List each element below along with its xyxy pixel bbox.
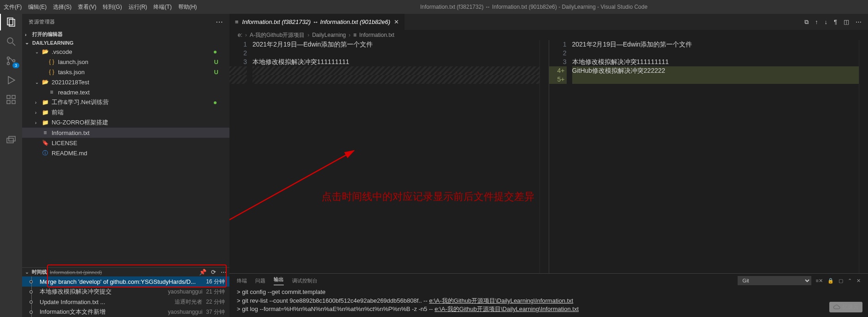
tree-row[interactable]: ›{ }tasks.jsonU [22,67,229,77]
tree-row[interactable]: ›≡readme.text [22,87,229,97]
timeline-pinned-file: Information.txt (pinned) [50,270,102,275]
timeline-list: Merge branch 'develop' of github.com:YSG… [22,276,229,317]
file-tree: ⌄📂.vscode›{ }launch.jsonU›{ }tasks.jsonU… [22,47,229,267]
editor-area: ≡ Information.txt (f3821732) ↔ Informati… [229,14,868,317]
search-icon[interactable] [6,36,17,47]
refresh-icon[interactable]: ⟳ [211,269,216,276]
minimap-right[interactable] [859,40,868,273]
breadcrumb-seg[interactable]: Information.txt [359,32,394,38]
gutter-right: 123 4+ 5+ [549,40,572,273]
svg-rect-12 [7,138,13,143]
timeline-row[interactable]: Merge branch 'develop' of github.com:YSG… [22,276,229,287]
tree-row[interactable]: ›ⓘREADME.md [22,148,229,158]
diff-view[interactable]: 123 2021年2月19日—Edwin添加的第一个文件 本地修改模拟解决冲突1… [229,40,868,273]
output-line: > git config --get commit.template [237,288,861,297]
whitespace-icon[interactable]: ¶ [834,18,837,26]
code-right[interactable]: 2021年2月19日—Edwin添加的第一个文件 本地修改模拟解决冲突11111… [572,40,859,273]
svg-point-6 [13,60,15,62]
tree-row[interactable]: ›≡Information.txt [22,128,229,138]
timeline-row[interactable]: 本地修改模拟解决冲突提交yaoshuanggui21 分钟 [22,287,229,297]
minimap-left[interactable] [540,40,549,273]
activity-bar: 3 [0,14,22,317]
menu-view[interactable]: 查看(V) [78,3,96,11]
panel-tab-output[interactable]: 输出 [274,276,284,285]
tree-row[interactable]: ⌄📂20210218Test [22,77,229,87]
scm-icon[interactable]: 3 [6,55,17,66]
sidebar: 资源管理器 ⋯ ›打开的编辑器 ⌄DAILYLEARNING ⌄📂.vscode… [22,14,229,317]
breadcrumb-seg[interactable]: DailyLearning [312,32,346,38]
svg-marker-7 [8,76,15,84]
panel-tab-debug[interactable]: 调试控制台 [292,277,317,284]
svg-point-5 [7,63,10,65]
scm-badge: 3 [12,63,19,68]
window-title: Information.txt (f3821732) ↔ Information… [203,4,864,10]
open-changes-icon[interactable]: ⧉ [804,18,809,26]
diff-left-pane[interactable]: 123 2021年2月19日—Edwin添加的第一个文件 本地修改模拟解决冲突1… [229,40,549,273]
svg-point-2 [7,38,13,43]
timeline-title: 时间线 [32,269,47,276]
tab-diff[interactable]: ≡ Information.txt (f3821732) ↔ Informati… [229,14,405,30]
code-line: 本地修改模拟解决冲突111111111 [252,58,540,66]
maximize-panel-icon[interactable]: ⌃ [848,278,852,284]
split-icon[interactable]: ◫ [844,18,849,26]
tab-title: Information.txt (f3821732) ↔ Information… [242,18,391,25]
close-icon[interactable]: ✕ [394,18,399,25]
timeline-row[interactable]: Information文本文件新增yaoshuanggui37 分钟 [22,307,229,317]
tree-row[interactable]: ›🔖LICENSE [22,138,229,148]
code-line: 2021年2月19日—Edwin添加的第一个文件 [572,40,859,49]
file-lines-icon: ≡ [235,18,239,25]
tree-row[interactable]: ›{ }launch.jsonU [22,57,229,67]
timeline-row[interactable]: Update Information.txt ...追逐时光者22 分钟 [22,297,229,307]
remote-icon[interactable] [6,135,17,146]
tree-row[interactable]: ⌄📂.vscode [22,47,229,57]
output-body[interactable]: > git config --get commit.template> git … [229,288,868,317]
breadcrumb-seg[interactable]: e: [238,32,242,38]
breadcrumb[interactable]: e:› A-我的Github开源项目› DailyLearning› ≡ Inf… [229,30,868,40]
editor-more-icon[interactable]: ⋯ [856,18,862,26]
menu-help[interactable]: 帮助(H) [178,3,197,11]
file-lines-icon: ≡ [353,32,357,38]
extensions-icon[interactable] [6,94,17,105]
tree-row[interactable]: ›📁工作&学习.Net训练营 [22,97,229,107]
code-line: 本地修改模拟解决冲突111111111 [572,58,859,66]
menu-run[interactable]: 运行(R) [129,3,147,11]
svg-line-3 [12,43,15,46]
breadcrumb-seg[interactable]: A-我的Github开源项目 [250,31,305,39]
lock-scroll-icon[interactable]: 🔒 [827,278,834,284]
menu-edit[interactable]: 编辑(E) [28,3,47,11]
prev-change-icon[interactable]: ↑ [815,18,818,26]
close-panel-icon[interactable]: ✕ [856,278,861,284]
explorer-icon[interactable] [6,17,17,28]
editor-tabs: ≡ Information.txt (f3821732) ↔ Informati… [229,14,868,30]
menu-file[interactable]: 文件(F) [4,3,22,11]
svg-point-4 [7,57,10,59]
next-change-icon[interactable]: ↓ [825,18,828,26]
svg-rect-8 [7,95,10,99]
svg-rect-10 [12,100,15,104]
repo-section[interactable]: ⌄DAILYLEARNING [22,39,229,47]
sidebar-title: 资源管理器 [29,18,55,25]
tree-row[interactable]: ›📁前端 [22,107,229,117]
panel-tab-terminal[interactable]: 终端 [237,277,247,284]
svg-rect-9 [7,100,10,104]
code-line [252,49,540,58]
menu-terminal[interactable]: 终端(T) [153,3,171,11]
sidebar-more-icon[interactable]: ⋯ [216,18,223,26]
clear-output-icon[interactable]: ≡✕ [816,278,823,284]
menu-go[interactable]: 转到(G) [103,3,122,11]
open-file-icon[interactable]: ▢ [839,278,843,284]
timeline-header[interactable]: ⌄ 时间线 Information.txt (pinned) 📌 ⟳ ⋯ [22,267,229,276]
code-left[interactable]: 2021年2月19日—Edwin添加的第一个文件 本地修改模拟解决冲突11111… [252,40,540,273]
panel-tab-problems[interactable]: 问题 [255,277,265,284]
timeline-more-icon[interactable]: ⋯ [221,269,227,276]
tree-row[interactable]: ›📁NG-ZORRO框架搭建 [22,117,229,128]
debug-icon[interactable] [6,75,17,86]
panel: 终端 问题 输出 调试控制台 Git ≡✕ 🔒 ▢ ⌃ ✕ > git conf… [229,273,868,317]
open-editors-section[interactable]: ›打开的编辑器 [22,30,229,39]
diff-right-pane[interactable]: 123 4+ 5+ 2021年2月19日—Edwin添加的第一个文件 本地修改模… [549,40,868,273]
menu-selection[interactable]: 选择(S) [53,3,71,11]
output-channel-select[interactable]: Git [738,276,811,285]
panel-tabs: 终端 问题 输出 调试控制台 Git ≡✕ 🔒 ▢ ⌃ ✕ [229,274,868,288]
pin-icon[interactable]: 📌 [199,269,206,276]
gutter-left: 123 [229,40,252,273]
